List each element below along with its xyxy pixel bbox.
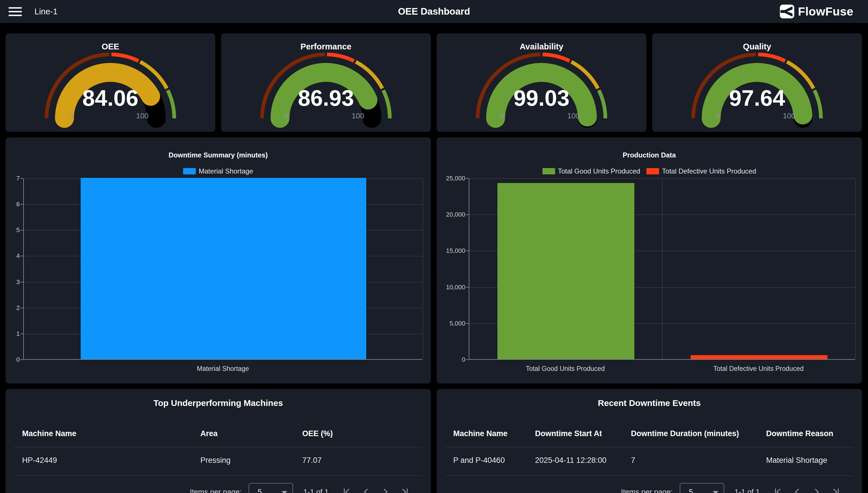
brand-name: FlowFuse	[798, 5, 853, 18]
page-title: OEE Dashboard	[0, 0, 868, 23]
first-page-icon	[772, 487, 783, 493]
last-page-icon	[400, 487, 410, 493]
gauge-max-label: 100	[783, 111, 795, 121]
gauge-min-label: 0	[500, 111, 504, 121]
legend-swatch	[183, 168, 196, 174]
gauge-max-label: 100	[351, 111, 364, 121]
table-title: Top Underperforming Machines	[5, 398, 431, 408]
chevron-down-icon	[713, 491, 718, 493]
flowfuse-icon	[780, 5, 794, 18]
y-tick-label: 5,000	[437, 320, 465, 327]
table-cell: 7	[631, 456, 635, 465]
bar-total-good-units-produced	[498, 183, 634, 359]
legend-label: Total Good Units Produced	[558, 167, 640, 175]
divider	[14, 475, 422, 476]
legend-item-material-shortage[interactable]: Material Shortage	[183, 167, 253, 175]
next-page-button[interactable]	[378, 485, 393, 493]
gauge-max-label: 100	[136, 111, 149, 121]
y-tick-label: 3	[5, 278, 20, 286]
next-page-icon	[812, 487, 822, 493]
prev-page-icon	[792, 487, 802, 493]
y-tick-mark	[466, 287, 469, 287]
x-category-label: Total Defective Units Produced	[713, 365, 804, 372]
first-page-button[interactable]	[339, 485, 354, 493]
table-cell: Material Shortage	[766, 456, 827, 465]
next-page-icon	[380, 487, 391, 493]
plot-area	[469, 178, 855, 360]
items-per-page-label: Items per page:	[621, 488, 673, 493]
last-page-button[interactable]	[397, 485, 412, 493]
items-per-page-select[interactable]: 5	[680, 483, 724, 493]
next-page-button[interactable]	[809, 485, 824, 493]
table-cell: 77.07	[302, 456, 322, 465]
y-tick-label: 15,000	[437, 247, 465, 255]
y-tick-label: 5	[5, 227, 20, 234]
y-tick-label: 0	[5, 356, 20, 363]
gauge-value: 97.64	[652, 87, 862, 109]
table-title: Recent Downtime Events	[437, 398, 862, 408]
previous-page-button[interactable]	[790, 485, 804, 493]
legend-item-total-good-units-produced[interactable]: Total Good Units Produced	[543, 167, 640, 175]
y-tick-mark	[20, 178, 23, 179]
top-app-bar: Line-1 OEE Dashboard FlowFuse	[0, 0, 868, 23]
production-data-chart-card: Production DataTotal Good Units Produced…	[437, 137, 862, 384]
y-tick-mark	[466, 323, 469, 324]
y-tick-label: 4	[5, 252, 20, 260]
gauge-card-oee: OEE84.060100	[5, 33, 215, 132]
gauge-title: OEE	[5, 42, 215, 51]
x-category-label: Total Good Units Produced	[526, 365, 605, 372]
y-tick-label: 25,000	[437, 175, 465, 182]
y-tick-label: 10,000	[437, 283, 465, 291]
column-header-machine-name: Machine Name	[22, 429, 76, 438]
gauge-card-availability: Availability99.030100	[437, 33, 646, 132]
plot-area	[23, 178, 422, 360]
table-cell: P and P-40460	[453, 456, 505, 465]
legend-item-total-defective-units-produced[interactable]: Total Defective Units Produced	[646, 167, 756, 175]
y-tick-mark	[20, 334, 23, 334]
last-page-icon	[831, 487, 841, 493]
y-tick-mark	[466, 178, 469, 179]
gauge-title: Availability	[437, 42, 646, 51]
pagination-range-label: 1-1 of 1	[303, 488, 329, 493]
gauge-value: 84.06	[5, 87, 215, 109]
y-tick-mark	[466, 214, 469, 215]
previous-page-button[interactable]	[359, 485, 373, 493]
column-header-downtime-duration-minutes: Downtime Duration (minutes)	[631, 429, 739, 438]
chart-legend: Total Good Units ProducedTotal Defective…	[437, 167, 862, 175]
y-tick-mark	[20, 256, 23, 256]
table-pagination: Items per page:51-1 of 1	[437, 480, 844, 493]
items-per-page-label: Items per page:	[190, 488, 242, 493]
items-per-page-select[interactable]: 5	[249, 483, 293, 493]
y-tick-mark	[20, 204, 23, 205]
last-page-button[interactable]	[829, 485, 844, 493]
gridline	[855, 178, 856, 359]
y-tick-mark	[20, 359, 23, 360]
chevron-down-icon	[281, 491, 287, 493]
column-header-downtime-reason: Downtime Reason	[766, 429, 833, 438]
gauge-min-label: 0	[284, 111, 289, 121]
top-underperforming-machines-card: Top Underperforming MachinesMachine Name…	[5, 389, 431, 493]
y-tick-mark	[20, 308, 23, 308]
x-category-label: Material Shortage	[197, 365, 249, 372]
gauge-min-label: 0	[69, 111, 73, 121]
gauge-title: Performance	[221, 42, 431, 51]
gauge-card-performance: Performance86.930100	[221, 33, 431, 132]
y-tick-mark	[466, 251, 469, 251]
y-tick-label: 1	[5, 330, 20, 338]
chart-title: Production Data	[437, 151, 862, 159]
y-tick-label: 6	[5, 200, 20, 208]
y-tick-label: 7	[5, 175, 20, 182]
divider	[14, 447, 422, 447]
legend-swatch	[646, 168, 659, 174]
divider	[445, 475, 853, 476]
prev-page-icon	[361, 487, 371, 493]
bar-total-defective-units-produced	[691, 355, 827, 359]
first-page-button[interactable]	[770, 485, 785, 493]
y-tick-mark	[20, 230, 23, 230]
legend-label: Material Shortage	[199, 167, 253, 175]
gauge-title: Quality	[652, 42, 862, 51]
items-per-page-value: 5	[689, 488, 693, 493]
column-header-area: Area	[200, 429, 218, 438]
pagination-buttons	[770, 485, 844, 493]
y-tick-label: 20,000	[437, 211, 465, 218]
